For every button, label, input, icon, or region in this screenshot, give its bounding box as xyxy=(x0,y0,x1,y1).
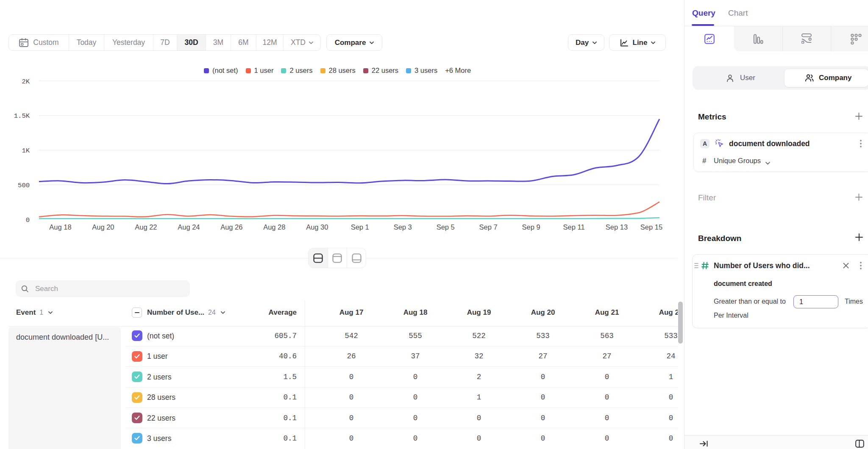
svg-text:Sep 13: Sep 13 xyxy=(606,223,628,231)
svg-text:Aug 28: Aug 28 xyxy=(263,223,285,231)
svg-text:Sep 7: Sep 7 xyxy=(479,223,498,231)
svg-text:2K: 2K xyxy=(22,78,30,86)
svg-text:1K: 1K xyxy=(22,147,30,155)
svg-text:Sep 11: Sep 11 xyxy=(563,223,585,231)
svg-text:Sep 9: Sep 9 xyxy=(522,223,540,231)
svg-text:1.5K: 1.5K xyxy=(14,112,30,120)
svg-text:Sep 3: Sep 3 xyxy=(394,223,412,231)
svg-text:Aug 30: Aug 30 xyxy=(306,223,328,231)
svg-text:Aug 24: Aug 24 xyxy=(178,223,200,231)
svg-text:Aug 26: Aug 26 xyxy=(220,223,242,231)
svg-text:Aug 18: Aug 18 xyxy=(49,223,71,231)
svg-text:Aug 22: Aug 22 xyxy=(135,223,157,231)
svg-text:Sep 1: Sep 1 xyxy=(351,223,369,231)
svg-text:Aug 20: Aug 20 xyxy=(92,223,114,231)
svg-text:Sep 5: Sep 5 xyxy=(437,223,455,231)
svg-text:0: 0 xyxy=(26,216,30,224)
svg-text:500: 500 xyxy=(18,182,30,189)
svg-text:Sep 15: Sep 15 xyxy=(640,223,662,231)
